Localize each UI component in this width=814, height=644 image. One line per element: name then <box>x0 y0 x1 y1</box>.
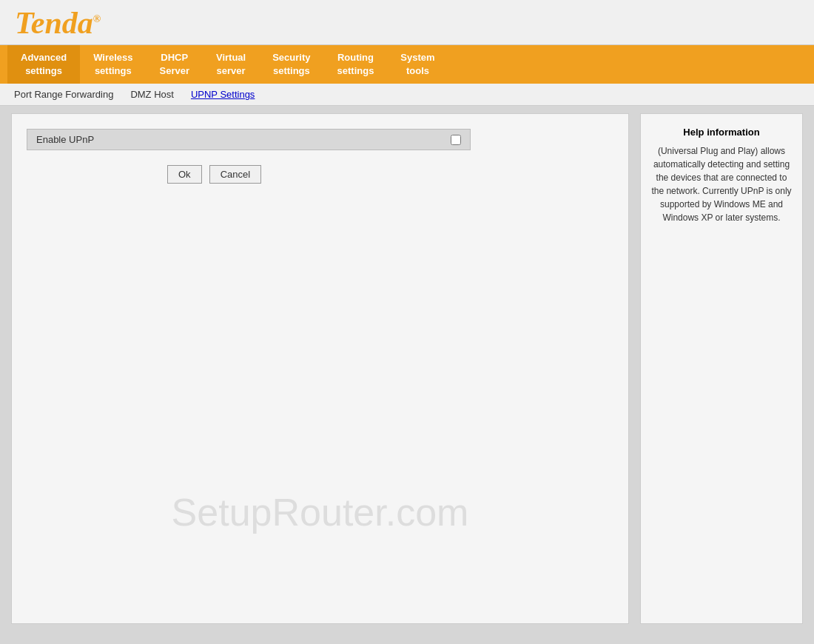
subnav: Port Range Forwarding DMZ Host UPNP Sett… <box>0 84 814 106</box>
enable-upnp-checkbox[interactable] <box>451 135 461 145</box>
logo: Tenda® <box>15 7 101 38</box>
nav-item-advanced[interactable]: Advanced settings <box>7 45 80 84</box>
help-title: Help information <box>650 125 793 140</box>
nav-item-virtual[interactable]: Virtual server <box>203 45 259 84</box>
help-panel: Help information (Universal Plug and Pla… <box>640 113 803 624</box>
cancel-button[interactable]: Cancel <box>209 165 261 184</box>
form-buttons: Ok Cancel <box>27 165 613 184</box>
enable-upnp-label: Enable UPnP <box>36 134 94 145</box>
nav-item-wireless[interactable]: Wireless settings <box>80 45 146 84</box>
main-panel: Enable UPnP Ok Cancel SetupRouter.com <box>11 113 629 624</box>
subnav-dmz-host[interactable]: DMZ Host <box>127 87 177 101</box>
enable-upnp-row: Enable UPnP <box>27 129 613 150</box>
subnav-port-range[interactable]: Port Range Forwarding <box>11 87 116 101</box>
header: Tenda® <box>0 0 814 45</box>
logo-brand: Tenda <box>15 6 93 40</box>
nav-item-dhcp[interactable]: DHCP Server <box>147 45 203 84</box>
logo-registered: ® <box>93 13 101 24</box>
content-wrapper: Enable UPnP Ok Cancel SetupRouter.com He… <box>0 106 814 631</box>
logo-text: Tenda® <box>15 6 101 40</box>
nav-item-system[interactable]: System tools <box>387 45 448 84</box>
nav-item-security[interactable]: Security settings <box>259 45 323 84</box>
help-body: (Universal Plug and Play) allows automat… <box>650 144 793 224</box>
nav-item-routing[interactable]: Routing settings <box>324 45 388 84</box>
watermark: SetupRouter.com <box>172 490 469 534</box>
subnav-upnp[interactable]: UPNP Settings <box>188 87 258 101</box>
ok-button[interactable]: Ok <box>167 165 202 184</box>
enable-upnp-cell: Enable UPnP <box>27 129 471 150</box>
navbar: Advanced settings Wireless settings DHCP… <box>0 45 814 84</box>
